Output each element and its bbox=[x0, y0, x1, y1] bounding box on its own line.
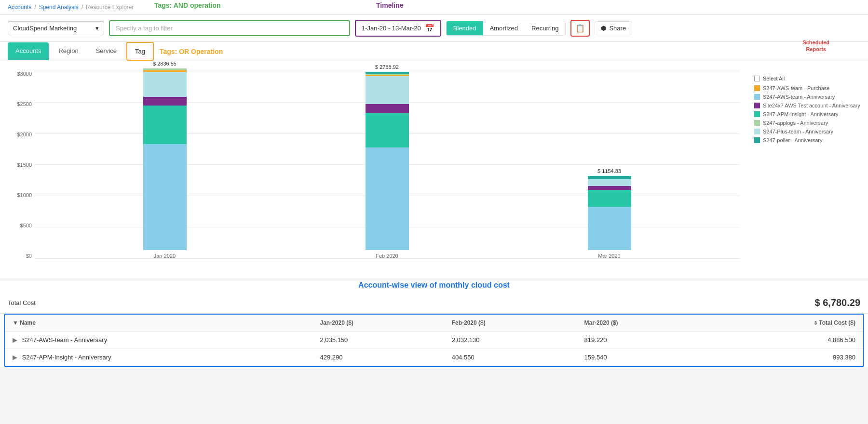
legend-swatch-site24 bbox=[754, 103, 760, 108]
bar-jan-plus bbox=[143, 72, 187, 97]
calendar-icon: 📅 bbox=[425, 24, 434, 33]
toolbar: Tags: AND operation CloudSpend Marketing… bbox=[0, 15, 868, 42]
share-icon: ⬢ bbox=[601, 25, 606, 32]
data-table-wrapper: ▼ Name Jan-2020 ($) Feb-2020 ($) Mar-202… bbox=[4, 314, 864, 367]
row2-total: 993.380 bbox=[709, 349, 864, 366]
bar-mar-2020: $ 1154.83 Mar 2020 bbox=[588, 168, 631, 259]
col-mar: Mar-2020 ($) bbox=[577, 315, 709, 331]
share-label: Share bbox=[609, 25, 626, 32]
tab-region[interactable]: Region bbox=[51, 42, 86, 60]
bar-mar-apm bbox=[588, 190, 631, 207]
data-table: ▼ Name Jan-2020 ($) Feb-2020 ($) Mar-202… bbox=[5, 315, 863, 366]
total-cost-bar: Total Cost $ 6,780.29 bbox=[0, 292, 868, 314]
bar-feb-plus bbox=[366, 76, 409, 104]
account-label: CloudSpend Marketing bbox=[13, 25, 77, 32]
date-range-label: 1-Jan-20 - 13-Mar-20 bbox=[362, 25, 421, 32]
tab-service[interactable]: Service bbox=[88, 42, 124, 60]
tab-bar: Accounts Region Service Tag Tags: OR Ope… bbox=[0, 42, 868, 61]
annotation-timeline: Timeline bbox=[376, 1, 404, 9]
col-name: ▼ Name bbox=[5, 315, 312, 331]
bar-feb-s247-aws-anniversary bbox=[366, 147, 409, 250]
breadcrumb-accounts[interactable]: Accounts bbox=[8, 4, 31, 11]
bar-mar-s247-aws-anniversary bbox=[588, 207, 631, 250]
legend-label-purchase: S247-AWS-team - Purchase bbox=[763, 85, 829, 91]
col-total[interactable]: ⇕ Total Cost ($) bbox=[709, 315, 864, 331]
y-label-500: $500 bbox=[20, 223, 32, 228]
chart-container: $3000 $2500 $2000 $1500 $1000 $500 $0 bbox=[0, 61, 868, 278]
legend-apm[interactable]: S247-APM-Insight - Anniversary bbox=[754, 111, 860, 117]
legend-poller[interactable]: S247-poller - Anniversary bbox=[754, 137, 860, 143]
tag-filter-placeholder: Specify a tag to filter bbox=[116, 25, 173, 32]
col-jan: Jan-2020 ($) bbox=[312, 315, 444, 331]
expand-icon-2[interactable]: ▶ bbox=[13, 354, 17, 361]
annotation-tags-or: Tags: OR Operation bbox=[160, 48, 223, 55]
bar-jan-site24 bbox=[143, 97, 187, 106]
bar-jan-value: $ 2836.55 bbox=[153, 61, 176, 66]
tag-filter-input[interactable]: Specify a tag to filter bbox=[109, 20, 350, 36]
row1-total: 4,886.500 bbox=[709, 331, 864, 349]
bar-mar-value: $ 1154.83 bbox=[597, 168, 621, 174]
legend-label-plus: S247-Plus-team - Anniversary bbox=[763, 129, 833, 134]
legend-label-poller: S247-poller - Anniversary bbox=[763, 137, 823, 143]
row2-jan: 429.290 bbox=[312, 349, 444, 366]
bar-jan-apm bbox=[143, 106, 187, 144]
bar-jan-s247-aws-anniversary bbox=[143, 144, 187, 250]
bar-mar-label: Mar 2020 bbox=[598, 253, 620, 259]
annotation-scheduled-reports: ScheduledReports bbox=[802, 39, 829, 53]
y-label-2500: $2500 bbox=[17, 101, 32, 107]
row2-name: ▶ S247-APM-Insight - Anniversary bbox=[5, 349, 312, 366]
bar-jan-2020: $ 2836.55 Jan 2020 bbox=[143, 61, 187, 259]
legend-label-apm: S247-APM-Insight - Anniversary bbox=[763, 111, 839, 117]
legend-select-all-label: Select All bbox=[763, 76, 785, 81]
legend-select-all-checkbox[interactable] bbox=[754, 76, 760, 81]
breadcrumb-spend-analysis[interactable]: Spend Analysis bbox=[39, 4, 79, 11]
row1-jan: 2,035.150 bbox=[312, 331, 444, 349]
legend-label-aws-anniversary: S247-AWS-team - Anniversary bbox=[763, 94, 835, 100]
legend-purchase[interactable]: S247-AWS-team - Purchase bbox=[754, 85, 860, 91]
bar-mar-poller bbox=[588, 176, 631, 179]
filter-icon: ▼ bbox=[13, 319, 20, 326]
blended-button[interactable]: Blended bbox=[447, 21, 483, 35]
legend-select-all[interactable]: Select All bbox=[754, 76, 860, 81]
row2-mar: 159.540 bbox=[577, 349, 709, 366]
legend-applogs[interactable]: S247-applogs - Anniversary bbox=[754, 120, 860, 126]
recurring-button[interactable]: Recurring bbox=[525, 21, 565, 35]
legend-swatch-applogs bbox=[754, 120, 760, 126]
share-button[interactable]: ⬢ Share bbox=[595, 21, 632, 35]
legend-plus[interactable]: S247-Plus-team - Anniversary bbox=[754, 129, 860, 134]
account-selector[interactable]: CloudSpend Marketing ▾ bbox=[8, 21, 104, 35]
account-dropdown-icon: ▾ bbox=[95, 25, 99, 32]
legend-site24[interactable]: Site24x7 AWS Test account - Anniversary bbox=[754, 103, 860, 108]
expand-icon-1[interactable]: ▶ bbox=[13, 336, 17, 344]
y-label-2000: $2000 bbox=[17, 132, 32, 137]
bar-mar-site24 bbox=[588, 186, 631, 190]
row1-feb: 2,032.130 bbox=[444, 331, 577, 349]
scheduled-reports-button[interactable]: 📋 bbox=[570, 20, 590, 37]
bar-feb-2020: $ 2788.92 Feb 2020 bbox=[366, 64, 409, 259]
breadcrumb-current: Resource Explorer bbox=[86, 4, 134, 11]
bar-mar-plus bbox=[588, 179, 631, 186]
legend-label-site24: Site24x7 AWS Test account - Anniversary bbox=[763, 103, 860, 108]
tab-accounts[interactable]: Accounts bbox=[8, 42, 49, 60]
legend-swatch-apm bbox=[754, 111, 760, 117]
y-label-0: $0 bbox=[26, 253, 32, 259]
annotation-account-wise: Account-wise view of monthly cloud cost bbox=[0, 281, 868, 290]
breadcrumb: Accounts / Spend Analysis / Resource Exp… bbox=[0, 0, 868, 15]
col-feb: Feb-2020 ($) bbox=[444, 315, 577, 331]
table-row: ▶ S247-APM-Insight - Anniversary 429.290… bbox=[5, 349, 863, 366]
bar-feb-site24 bbox=[366, 104, 409, 113]
date-range-picker[interactable]: 1-Jan-20 - 13-Mar-20 📅 bbox=[355, 20, 441, 37]
legend-swatch-aws-anniversary bbox=[754, 94, 760, 100]
bar-feb-apm bbox=[366, 113, 409, 147]
bar-feb-value: $ 2788.92 bbox=[375, 64, 399, 70]
cost-type-selector: Blended Amortized Recurring bbox=[446, 21, 566, 36]
bar-feb-label: Feb 2020 bbox=[376, 253, 398, 259]
total-cost-label: Total Cost bbox=[8, 299, 36, 306]
amortized-button[interactable]: Amortized bbox=[483, 21, 525, 35]
legend-aws-anniversary[interactable]: S247-AWS-team - Anniversary bbox=[754, 94, 860, 100]
table-row: ▶ S247-AWS-team - Anniversary 2,035.150 … bbox=[5, 331, 863, 349]
bottom-section: Account-wise view of monthly cloud cost … bbox=[0, 281, 868, 367]
row1-name: ▶ S247-AWS-team - Anniversary bbox=[5, 331, 312, 349]
row1-mar: 819.220 bbox=[577, 331, 709, 349]
tab-tag[interactable]: Tag bbox=[126, 42, 154, 61]
